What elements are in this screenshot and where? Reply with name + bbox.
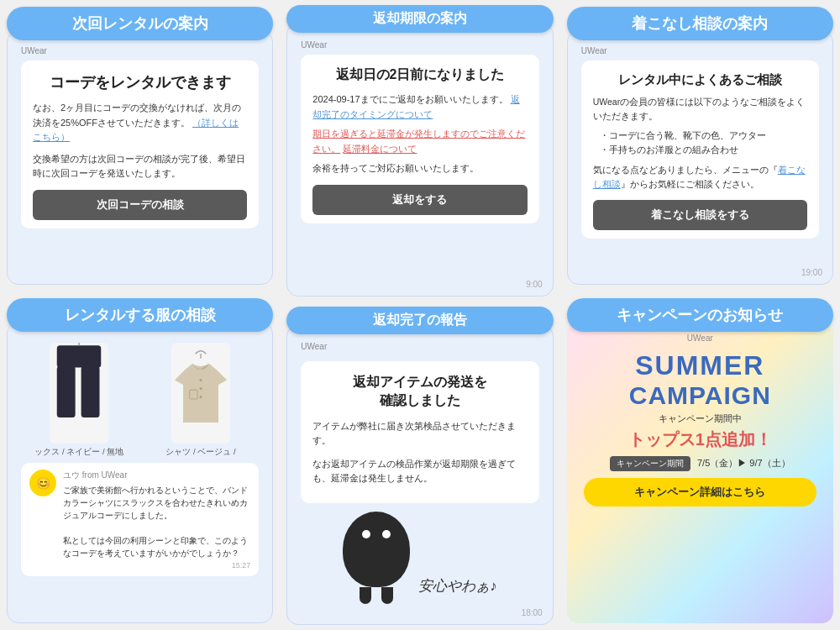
chat-bubble: 😊 ユウ from UWear ご家族で美術館へ行かれるということで、バンドカラ… [21,463,259,576]
svg-point-5 [199,387,202,390]
clothes-images: ックス / ネイビー / 無地 [21,343,259,458]
svg-rect-1 [57,366,76,417]
pants-svg [50,343,108,444]
mascot-area: 安心やわぁ♪ [301,503,538,612]
style-outro: 気になる点などありましたら、メニューの『着こなし相談』からお気軽にご相談ください… [593,163,807,192]
shirt-image-box [171,343,230,444]
report-body1: アイテムが弊社に届き次第検品させていただきます。 [312,419,527,449]
clothes-consult-label: レンタルする服の相談 [7,298,273,332]
shirt-item: シャツ / ベージュ / [143,343,260,458]
pants-item: ックス / ネイビー / 無地 [21,343,138,458]
campaign-period-label: キャンペーン期間 [610,456,690,471]
return-notice-section: 返却期限の案内 UWear 返却日の2日前になりました 2024-09-17まで… [280,0,559,302]
style-card-title: レンタル中によくあるご相談 [593,72,807,88]
campaign-inner: SUMMER CAMPAIGN キャンペーン期間中 トップス1点追加！ キャンペ… [577,344,823,512]
return-card-inner: 返却日の2日前になりました 2024-09-17までにご返却をお願いいたします。… [301,55,538,223]
chat-timestamp: 15:27 [63,561,250,570]
style-uwear-label: UWear [581,46,819,55]
style-notice-section: 着こなし相談の案内 UWear レンタル中によくあるご相談 UWearの会員の皆… [560,0,840,291]
return-button[interactable]: 返却をする [312,185,527,215]
shirt-svg [171,347,230,439]
style-bullets: ・コーデに合う靴、靴下の色、アウター ・手持ちのお洋服との組み合わせ [600,129,807,159]
rental-notice-card: UWear コーデをレンタルできます なお、2ヶ月目にコーデの交換がなければ、次… [7,30,273,285]
chat-content: ユウ from UWear ご家族で美術館へ行かれるということで、バンドカラーシ… [63,470,250,570]
rental-body: なお、2ヶ月目にコーデの交換がなければ、次月の決済を25%OFFさせていただきま… [33,101,247,145]
report-card-inner: 返却アイテムの発送を確認しました アイテムが弊社に届き次第検品させていただきます… [301,361,538,503]
relief-text: 安心やわぁ♪ [418,576,497,596]
campaign-label: キャンペーンのお知らせ [567,298,833,332]
mascot-eyes [362,530,391,538]
campaign-text: CAMPAIGN [584,381,816,409]
campaign-section: キャンペーンのお知らせ UWear SUMMER CAMPAIGN キャンペーン… [560,291,840,630]
mascot-leg-right [381,587,393,604]
return-body2: 余裕を持ってご対応お願いいたします。 [312,161,527,176]
pants-caption: ックス / ネイビー / 無地 [34,447,123,458]
svg-point-6 [199,396,202,399]
mascot-eye-right [382,530,391,538]
return-warning: 期日を過ぎると延滞金が発生しますのでご注意ください。 延滞料金について [312,127,527,156]
pants-image-box [50,343,108,444]
rental-notice-section: 次回レンタルの案内 UWear コーデをレンタルできます なお、2ヶ月目にコーデ… [0,0,280,291]
mascot-leg-left [360,587,371,604]
report-body2: なお返却アイテムの検品作業が返却期限を過ぎても、延滞金は発生しません。 [312,457,527,486]
avatar-icon: 😊 [36,476,50,490]
return-timestamp: 9:00 [526,280,542,289]
return-uwear-label: UWear [301,40,538,50]
style-consult-button[interactable]: 着こなし相談をする [593,200,807,230]
rental-card-title: コーデをレンタルできます [33,72,247,92]
style-card-inner: レンタル中によくあるご相談 UWearの会員の皆様には以下のようなご相談をよくい… [581,60,819,239]
rental-body2: 交換希望の方は次回コーデの相談が完了後、希望日時に次回コーデを発送いたします。 [33,152,247,181]
summer-text: SUMMER [584,351,816,381]
return-report-card: UWear 返却アイテムの発送を確認しました アイテムが弊社に届き次第検品させて… [286,324,553,625]
rental-card-inner: コーデをレンタルできます なお、2ヶ月目にコーデの交換がなければ、次月の決済を2… [21,60,259,228]
chat-text: ご家族で美術館へ行かれるということで、バンドカラーシャツにスラックスを合わせたき… [63,484,250,559]
svg-rect-2 [81,366,100,417]
bullet-1: ・コーデに合う靴、靴下の色、アウター [600,129,807,144]
clothes-consult-card: ックス / ネイビー / 無地 [7,322,273,623]
campaign-card: UWear SUMMER CAMPAIGN キャンペーン期間中 トップス1点追加… [567,322,833,623]
style-notice-label: 着こなし相談の案内 [567,7,833,40]
bullet-2: ・手持ちのお洋服との組み合わせ [600,143,807,158]
return-card-title: 返却日の2日前になりました [312,66,527,84]
chat-sender: ユウ from UWear [63,470,250,481]
style-link[interactable]: 着こなし相談 [593,165,806,189]
campaign-uwear-label: UWear [577,333,823,343]
campaign-highlight: トップス1点追加！ [584,428,816,451]
mascot-figure [343,512,410,604]
clothes-consult-section: レンタルする服の相談 ックス / ネイビー / 無地 [0,291,280,630]
report-card-title: 返却アイテムの発送を確認しました [312,373,527,411]
report-timestamp: 18:00 [522,608,543,617]
campaign-detail-button[interactable]: キャンペーン詳細はこちら [584,478,816,507]
return-body: 2024-09-17までにご返却をお願いいたします。 返却完了のタイミングについ… [312,92,527,122]
style-timestamp: 19:00 [801,268,822,277]
campaign-dates: 7/5（金）▶ 9/7（土） [697,457,790,470]
mascot-body [343,512,410,587]
style-intro: UWearの会員の皆様には以下のようなご相談をよくいただきます。 [593,95,807,123]
chat-avatar: 😊 [29,470,56,496]
rental-uwear-label: UWear [21,46,259,55]
col2-split: 返却期限の案内 UWear 返却日の2日前になりました 2024-09-17まで… [280,0,559,630]
return-report-section: 返却完了の報告 UWear 返却アイテムの発送を確認しました アイテムが弊社に届… [280,302,559,630]
rental-consult-button[interactable]: 次回コーデの相談 [33,190,247,220]
rental-notice-label: 次回レンタルの案内 [7,7,273,40]
svg-rect-0 [57,346,102,368]
late-fee-link[interactable]: 延滞料金について [343,144,417,154]
return-notice-card: UWear 返却日の2日前になりました 2024-09-17までにご返却をお願い… [286,23,553,297]
campaign-period-row: キャンペーン期間 7/5（金）▶ 9/7（土） [584,456,816,471]
return-report-label: 返却完了の報告 [286,307,553,334]
mascot-legs [343,587,410,604]
report-uwear-label: UWear [301,342,538,351]
svg-point-4 [199,379,202,381]
style-notice-card: UWear レンタル中によくあるご相談 UWearの会員の皆様には以下のようなご… [567,30,833,285]
shirt-caption: シャツ / ベージュ / [165,447,235,458]
campaign-sub: キャンペーン期間中 [584,412,816,425]
mascot-eye-left [362,530,370,538]
return-notice-label: 返却期限の案内 [286,5,553,33]
